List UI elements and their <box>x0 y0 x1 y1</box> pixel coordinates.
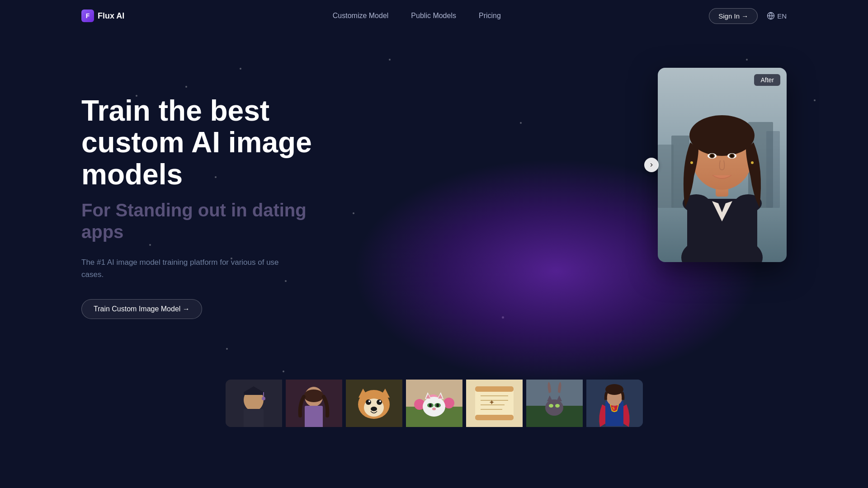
thumbnail-2[interactable] <box>286 380 342 427</box>
slider-handle[interactable] <box>644 158 659 172</box>
thumbnail-3[interactable] <box>346 380 402 427</box>
thumb-image-7: S <box>586 380 643 427</box>
svg-rect-5 <box>658 145 674 208</box>
hero-description: The #1 AI image model training platform … <box>81 256 280 281</box>
svg-point-56 <box>436 404 439 407</box>
svg-rect-24 <box>244 409 264 427</box>
nav-link-pricing[interactable]: Pricing <box>479 12 501 20</box>
hero-image-container: After <box>658 68 787 262</box>
svg-point-13 <box>689 115 755 156</box>
image-wrapper: After <box>658 68 787 262</box>
hero-left: Train the best custom AI image models Fo… <box>81 59 658 319</box>
sign-in-button[interactable]: Sign In → <box>709 8 758 24</box>
thumbnail-4[interactable] <box>406 380 462 427</box>
cta-button[interactable]: Train Custom Image Model → <box>81 299 202 319</box>
thumb-image-5: ✦ <box>466 380 523 427</box>
thumbnail-5[interactable]: ✦ <box>466 380 523 427</box>
svg-rect-25 <box>244 392 264 395</box>
nav-actions: Sign In → EN <box>709 8 787 24</box>
hero-section: Train the best custom AI image models Fo… <box>0 32 868 361</box>
woman-portrait-image <box>658 68 787 262</box>
svg-point-39 <box>377 399 382 405</box>
thumb-image-1 <box>226 380 282 427</box>
thumbnails-section: ✦ <box>0 380 868 427</box>
navbar: F Flux AI Customize Model Public Models … <box>0 0 868 32</box>
thumb-image-2 <box>286 380 342 427</box>
slider-arrow-icon <box>648 162 655 168</box>
thumb-image-4 <box>406 380 462 427</box>
hero-image-area: After <box>658 68 787 262</box>
nav-links: Customize Model Public Models Pricing <box>333 12 501 20</box>
svg-point-70 <box>545 399 563 416</box>
svg-rect-60 <box>475 386 514 392</box>
svg-point-38 <box>366 399 371 405</box>
language-selector[interactable]: EN <box>767 12 787 20</box>
svg-text:✦: ✦ <box>489 399 495 406</box>
svg-point-82 <box>605 384 623 395</box>
logo-icon: F <box>81 9 94 22</box>
svg-rect-61 <box>475 415 514 420</box>
svg-point-21 <box>751 161 754 164</box>
thumb-image-3 <box>346 380 402 427</box>
logo[interactable]: F Flux AI <box>81 9 124 22</box>
svg-point-40 <box>368 400 370 402</box>
thumbnail-6[interactable] <box>526 380 583 427</box>
nav-link-public-models[interactable]: Public Models <box>411 12 456 20</box>
svg-point-73 <box>549 404 553 408</box>
nav-link-customize[interactable]: Customize Model <box>333 12 389 20</box>
svg-point-57 <box>432 408 436 410</box>
thumbnail-7[interactable]: S <box>586 380 643 427</box>
svg-rect-32 <box>305 406 323 427</box>
svg-point-48 <box>423 397 445 417</box>
hero-title: Train the best custom AI image models <box>81 95 330 190</box>
svg-rect-4 <box>766 131 780 208</box>
after-badge: After <box>754 74 780 86</box>
svg-point-74 <box>555 404 560 408</box>
svg-point-16 <box>711 155 713 157</box>
svg-point-28 <box>262 397 265 400</box>
hero-content: Train the best custom AI image models Fo… <box>81 59 787 319</box>
logo-text: Flux AI <box>98 11 124 21</box>
svg-text:S: S <box>612 406 615 411</box>
thumbnail-1[interactable] <box>226 380 282 427</box>
thumbnail-row: ✦ <box>81 380 787 427</box>
svg-point-42 <box>371 407 377 411</box>
language-label: EN <box>777 12 787 20</box>
svg-point-55 <box>429 404 432 407</box>
thumb-image-6 <box>526 380 583 427</box>
globe-icon <box>767 12 775 20</box>
svg-point-20 <box>690 161 693 164</box>
hero-subtitle: For Standing out in dating apps <box>81 199 307 243</box>
svg-point-19 <box>731 155 733 157</box>
svg-point-31 <box>304 389 324 402</box>
svg-point-41 <box>379 400 381 402</box>
